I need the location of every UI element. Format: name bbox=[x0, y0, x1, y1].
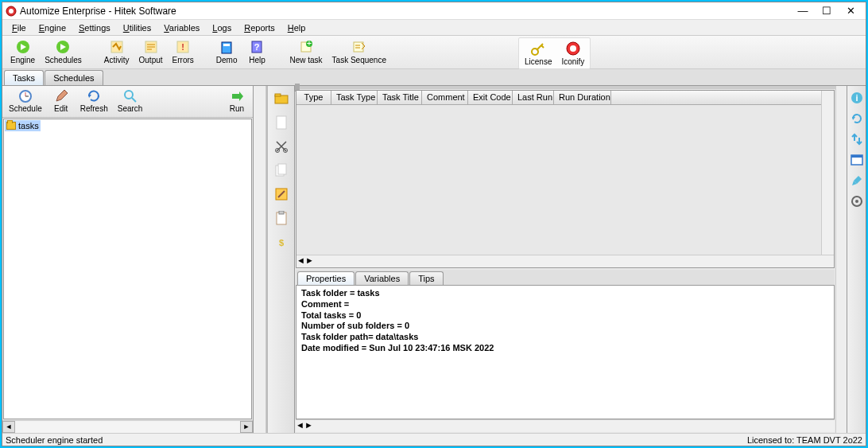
grid-hscrollbar[interactable]: ◄ ► bbox=[296, 255, 834, 267]
left-refresh[interactable]: Refresh bbox=[76, 88, 113, 115]
svg-rect-48 bbox=[851, 155, 862, 158]
left-run[interactable]: Run bbox=[223, 88, 251, 115]
toolbar-iconify[interactable]: Iconify bbox=[556, 39, 589, 68]
close-button[interactable]: ✕ bbox=[839, 3, 862, 19]
toolbar-errors[interactable]: ! Errors bbox=[168, 37, 199, 66]
toolbar-license[interactable]: License bbox=[520, 39, 556, 68]
scroll-left-icon[interactable]: ◄ bbox=[296, 420, 304, 432]
menu-reports[interactable]: Reports bbox=[238, 21, 281, 34]
svg-text:!: ! bbox=[181, 42, 184, 52]
left-vscroll[interactable] bbox=[254, 86, 266, 433]
grid-vscrollbar[interactable] bbox=[821, 91, 834, 255]
right-iconstrip: i bbox=[847, 86, 866, 433]
svg-point-30 bbox=[125, 91, 133, 99]
menu-engine[interactable]: Engine bbox=[33, 21, 72, 34]
col-comment[interactable]: Comment bbox=[422, 91, 468, 104]
svg-rect-42 bbox=[279, 211, 284, 214]
task-tree[interactable]: tasks bbox=[3, 119, 252, 419]
left-edit[interactable]: Edit bbox=[47, 88, 76, 115]
copy-icon[interactable] bbox=[273, 162, 289, 178]
toolbar-tasksequence[interactable]: Task Sequence bbox=[327, 37, 391, 66]
svg-line-23 bbox=[541, 45, 544, 48]
svg-marker-46 bbox=[852, 117, 855, 120]
grid-header: Type Task Type Task Title Comment Exit C… bbox=[296, 91, 834, 105]
left-pane: Schedule Edit Refresh Search Run bbox=[2, 86, 254, 433]
dollar-icon[interactable]: $ bbox=[273, 234, 289, 250]
play-icon bbox=[15, 39, 31, 55]
tab-schedules[interactable]: Schedules bbox=[45, 70, 103, 85]
dtab-properties[interactable]: Properties bbox=[297, 271, 355, 285]
minimize-button[interactable]: — bbox=[791, 3, 815, 19]
refresh-icon bbox=[87, 89, 101, 103]
col-tasktitle[interactable]: Task Title bbox=[378, 91, 422, 104]
left-schedule[interactable]: Schedule bbox=[4, 88, 47, 115]
prop-line: Comment = bbox=[301, 299, 349, 309]
grid-body[interactable] bbox=[296, 105, 834, 255]
hsplit-handle[interactable] bbox=[295, 86, 835, 89]
scroll-right-icon[interactable]: ► bbox=[240, 421, 253, 433]
menu-help[interactable]: Help bbox=[281, 21, 312, 34]
menu-file[interactable]: File bbox=[6, 21, 33, 34]
toolbar-engine[interactable]: Engine bbox=[6, 37, 40, 66]
left-search[interactable]: Search bbox=[113, 88, 148, 115]
errors-icon: ! bbox=[175, 39, 191, 55]
scroll-left-icon[interactable]: ◄ bbox=[2, 421, 15, 433]
folder-new-icon[interactable] bbox=[273, 91, 289, 107]
run-icon bbox=[230, 89, 244, 103]
col-type[interactable]: Type bbox=[296, 91, 331, 104]
toolbar-activity[interactable]: Activity bbox=[99, 37, 134, 66]
svg-rect-34 bbox=[275, 94, 281, 96]
scroll-left-icon[interactable]: ◄ bbox=[296, 255, 305, 267]
properties-panel[interactable]: Task folder = tasks Comment = Total task… bbox=[296, 285, 835, 419]
updown-icon[interactable] bbox=[850, 132, 864, 146]
col-runduration[interactable]: Run Duration bbox=[554, 91, 611, 104]
toolbar-newtask[interactable]: + New task bbox=[285, 37, 327, 66]
details-hscrollbar[interactable]: ◄ ► bbox=[296, 419, 835, 432]
activity-icon bbox=[109, 39, 125, 55]
tree-hscrollbar[interactable]: ◄ ► bbox=[2, 420, 253, 433]
task-grid[interactable]: Type Task Type Task Title Comment Exit C… bbox=[296, 90, 835, 268]
menubar: File Engine Settings Utilities Variables… bbox=[2, 20, 866, 36]
toolbar-help[interactable]: ? Help bbox=[242, 37, 272, 66]
scroll-right-icon[interactable]: ► bbox=[304, 420, 313, 432]
tree-item-label: tasks bbox=[18, 121, 39, 131]
menu-logs[interactable]: Logs bbox=[206, 21, 238, 34]
dtab-tips[interactable]: Tips bbox=[409, 271, 443, 285]
menu-settings[interactable]: Settings bbox=[72, 21, 117, 34]
tab-tasks[interactable]: Tasks bbox=[4, 70, 44, 85]
left-toolbar: Schedule Edit Refresh Search Run bbox=[2, 86, 253, 118]
newtask-icon: + bbox=[298, 39, 314, 55]
dtab-variables[interactable]: Variables bbox=[355, 271, 409, 285]
gear-icon[interactable] bbox=[850, 194, 864, 208]
svg-rect-14 bbox=[223, 44, 230, 46]
col-exitcode[interactable]: Exit Code bbox=[468, 91, 513, 104]
refresh-icon[interactable] bbox=[850, 111, 864, 126]
col-tasktype[interactable]: Task Type bbox=[331, 91, 378, 104]
toolbar-schedules[interactable]: Schedules bbox=[40, 37, 87, 66]
toolbar-demo[interactable]: Demo bbox=[211, 37, 242, 66]
side-iconstrip: $ bbox=[266, 86, 295, 433]
toolbar-output[interactable]: Output bbox=[134, 37, 168, 66]
statusbar: Scheduler engine started Licensed to: TE… bbox=[2, 433, 866, 446]
maximize-button[interactable]: ☐ bbox=[815, 3, 839, 19]
clock-icon bbox=[18, 89, 33, 103]
col-lastrun[interactable]: Last Run bbox=[513, 91, 554, 104]
center-vscroll[interactable] bbox=[835, 86, 847, 433]
prop-line: Total tasks = 0 bbox=[301, 310, 361, 320]
cut-icon[interactable] bbox=[273, 138, 289, 154]
scroll-right-icon[interactable]: ► bbox=[305, 255, 314, 267]
window-icon[interactable] bbox=[850, 153, 864, 167]
clipboard-icon[interactable] bbox=[273, 210, 289, 226]
info-icon[interactable]: i bbox=[850, 91, 864, 105]
page-icon[interactable] bbox=[273, 115, 289, 131]
prop-line: Date modified = Sun Jul 10 23:47:16 MSK … bbox=[301, 343, 494, 353]
broom-icon[interactable] bbox=[850, 173, 864, 188]
license-text: Licensed to: TEAM DVT 2o22 bbox=[747, 435, 862, 445]
menu-utilities[interactable]: Utilities bbox=[117, 21, 157, 34]
svg-text:$: $ bbox=[278, 238, 283, 247]
edit-note-icon[interactable] bbox=[273, 186, 289, 202]
tree-root-tasks[interactable]: tasks bbox=[5, 120, 41, 131]
menu-variables[interactable]: Variables bbox=[157, 21, 206, 34]
play-icon bbox=[55, 39, 71, 55]
pencil-icon bbox=[54, 89, 68, 103]
